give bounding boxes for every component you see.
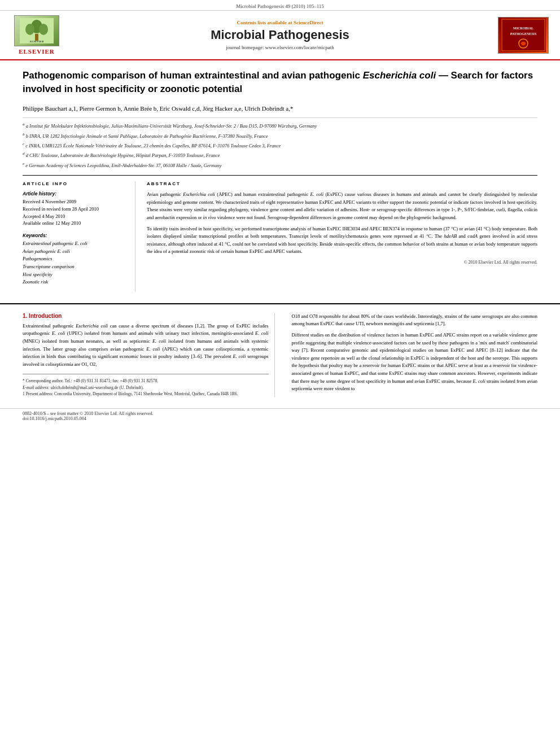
- body-text-left: Extraintestinal pathogenic Escherichia c…: [23, 322, 269, 369]
- keyword-2: Avian pathogenic E. coli: [23, 248, 126, 256]
- title-italic: Escherichia coli: [363, 70, 436, 81]
- abstract-paragraph-2: To identify traits involved in host spec…: [147, 225, 537, 256]
- svg-text:ELSEVIER: ELSEVIER: [29, 40, 44, 43]
- svg-text:MICROBIAL: MICROBIAL: [513, 27, 533, 30]
- intro-paragraph-right-1: O18 and O78 responsible for about 80% of…: [292, 313, 538, 328]
- article-title: Pathogenomic comparison of human extrain…: [23, 69, 537, 96]
- elsevier-brand-text: ELSEVIER: [19, 48, 55, 55]
- journal-reference: Microbial Pathogenesis 49 (2010) 105–115: [236, 3, 324, 9]
- affiliation-e: e e German Academy of Sciences Leopoldin…: [23, 161, 537, 169]
- svg-text:PATHOGENESIS: PATHOGENESIS: [510, 32, 537, 36]
- doi-line: doi:10.1016/j.micpath.2010.05.004: [23, 416, 537, 421]
- keyword-1: Extraintestinal pathogenic E. coli: [23, 240, 126, 248]
- body-left-column: 1. Introduction Extraintestinal pathogen…: [23, 313, 275, 397]
- footnote-present-address: 1 Present address: Concordia University,…: [23, 391, 269, 397]
- journal-homepage: journal homepage: www.elsevier.com/locat…: [62, 45, 498, 50]
- article-info-column: ARTICLE INFO Article history: Received 4…: [23, 181, 135, 292]
- body-text-right: O18 and O78 responsible for about 80% of…: [292, 313, 538, 393]
- affiliations: a a Institut für Molekulare Infektionsbi…: [23, 117, 537, 169]
- bottom-bar: 0882-4010/$ – see front matter © 2010 El…: [0, 408, 560, 423]
- introduction-heading: 1. Introduction: [23, 313, 269, 319]
- copyright-line: © 2010 Elsevier Ltd. All rights reserved…: [147, 259, 537, 267]
- keyword-4: Transcriptome comparison: [23, 263, 126, 271]
- svg-point-2: [25, 24, 34, 35]
- keyword-3: Pathogenomics: [23, 255, 126, 263]
- footnote-email: E-mail address: ulrich.dobrindt@mail.uni…: [23, 385, 269, 391]
- abstract-label: ABSTRACT: [147, 181, 537, 186]
- keywords-section: Keywords: Extraintestinal pathogenic E. …: [23, 233, 126, 286]
- online-date: Available online 12 May 2010: [23, 220, 126, 227]
- affiliation-b: b b INRA, UR 1282 Infectiologie Animale …: [23, 132, 537, 140]
- intro-paragraph-right-2: Different studies on the distribution of…: [292, 331, 538, 393]
- info-abstract-section: ARTICLE INFO Article history: Received 4…: [23, 175, 537, 292]
- keyword-6: Zoonotic risk: [23, 278, 126, 286]
- article-history: Article history: Received 4 November 200…: [23, 191, 126, 227]
- received-date: Received 4 November 2009: [23, 198, 126, 206]
- history-label: Article history:: [23, 191, 126, 196]
- abstract-paragraph-1: Avian pathogenic Escherichia coli (APEC)…: [147, 191, 537, 221]
- abstract-text: Avian pathogenic Escherichia coli (APEC)…: [147, 191, 537, 267]
- abstract-column: ABSTRACT Avian pathogenic Escherichia co…: [147, 181, 537, 292]
- revised-date: Received in revised form 28 April 2010: [23, 206, 126, 213]
- journal-center: Contents lists available at ScienceDirec…: [62, 20, 498, 50]
- journal-header: ELSEVIER ELSEVIER Contents lists availab…: [0, 11, 560, 60]
- authors-line: Philippe Bauchart a,1, Pierre Germon b, …: [23, 104, 537, 113]
- elsevier-tree-logo: ELSEVIER: [14, 15, 59, 46]
- footnote-corresponding: * Corresponding author. Tel.: +49 (0) 93…: [23, 378, 269, 384]
- elsevier-logo-left: ELSEVIER ELSEVIER: [11, 15, 62, 55]
- issn-line: 0882-4010/$ – see front matter © 2010 El…: [23, 411, 537, 416]
- affiliation-d: d d CHU Toulouse, Laboratoire de Bactéri…: [23, 151, 537, 159]
- article-content: Pathogenomic comparison of human extrain…: [0, 60, 560, 303]
- keywords-label: Keywords:: [23, 233, 126, 238]
- accepted-date: Accepted 4 May 2010: [23, 213, 126, 220]
- sciencedirect-link: Contents lists available at ScienceDirec…: [62, 20, 498, 25]
- keyword-5: Host specificity: [23, 271, 126, 279]
- journal-title: Microbial Pathogenesis: [62, 28, 498, 42]
- main-body: 1. Introduction Extraintestinal pathogen…: [0, 303, 560, 408]
- intro-paragraph-1: Extraintestinal pathogenic Escherichia c…: [23, 322, 269, 369]
- footnote-section: * Corresponding author. Tel.: +49 (0) 93…: [23, 374, 269, 397]
- journal-logo-right: MICROBIAL PATHOGENESIS: [498, 17, 549, 54]
- affiliation-c: c c INRA, UMR1225 École Nationale Vétéri…: [23, 141, 537, 150]
- top-bar: Microbial Pathogenesis 49 (2010) 105–115: [0, 0, 560, 11]
- title-part1: Pathogenomic comparison of human extrain…: [23, 70, 360, 81]
- affiliation-a: a a Institut für Molekulare Infektionsbi…: [23, 121, 537, 130]
- svg-point-3: [39, 24, 48, 35]
- body-right-column: O18 and O78 responsible for about 80% of…: [286, 313, 538, 397]
- article-info-label: ARTICLE INFO: [23, 181, 126, 186]
- sciencedirect-name: ScienceDirect: [294, 20, 323, 25]
